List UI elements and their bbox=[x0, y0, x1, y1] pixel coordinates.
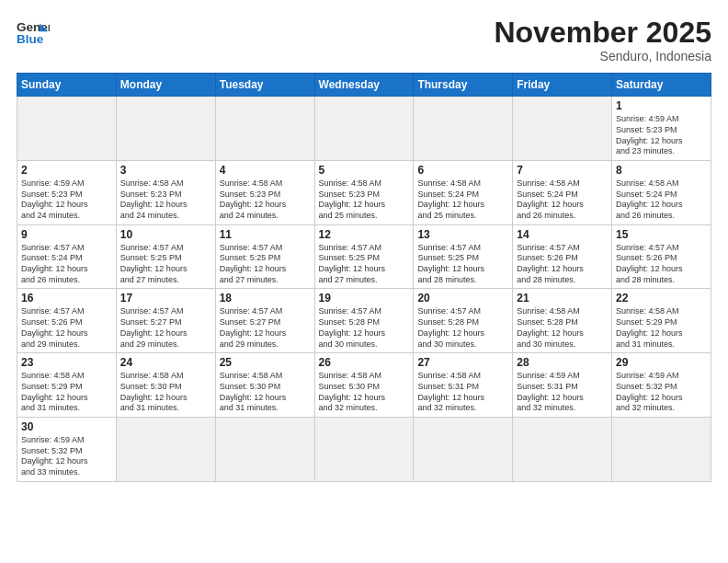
day-info: Sunrise: 4:57 AM Sunset: 5:25 PM Dayligh… bbox=[220, 243, 311, 286]
day-number: 28 bbox=[517, 356, 608, 369]
header: General Blue November 2025 Senduro, Indo… bbox=[17, 17, 711, 63]
calendar-cell bbox=[513, 97, 612, 161]
day-number: 18 bbox=[220, 292, 311, 304]
day-info: Sunrise: 4:57 AM Sunset: 5:25 PM Dayligh… bbox=[120, 243, 211, 286]
weekday-thursday: Thursday bbox=[414, 74, 513, 97]
day-info: Sunrise: 4:58 AM Sunset: 5:31 PM Dayligh… bbox=[417, 371, 508, 414]
day-number: 6 bbox=[417, 164, 508, 177]
day-info: Sunrise: 4:58 AM Sunset: 5:24 PM Dayligh… bbox=[517, 178, 608, 222]
day-number: 13 bbox=[417, 228, 508, 241]
calendar-cell: 17Sunrise: 4:57 AM Sunset: 5:27 PM Dayli… bbox=[116, 289, 215, 353]
day-info: Sunrise: 4:58 AM Sunset: 5:24 PM Dayligh… bbox=[417, 178, 508, 222]
day-number: 29 bbox=[616, 356, 707, 369]
day-number: 14 bbox=[517, 228, 608, 241]
calendar-cell: 1Sunrise: 4:59 AM Sunset: 5:23 PM Daylig… bbox=[612, 97, 711, 161]
calendar-cell: 11Sunrise: 4:57 AM Sunset: 5:25 PM Dayli… bbox=[215, 224, 314, 289]
weekday-monday: Monday bbox=[116, 74, 215, 97]
calendar-cell: 7Sunrise: 4:58 AM Sunset: 5:24 PM Daylig… bbox=[513, 160, 612, 224]
title-block: November 2025 Senduro, Indonesia bbox=[494, 17, 711, 63]
calendar-cell: 12Sunrise: 4:57 AM Sunset: 5:25 PM Dayli… bbox=[314, 224, 414, 289]
calendar-week-5: 23Sunrise: 4:58 AM Sunset: 5:29 PM Dayli… bbox=[17, 353, 711, 418]
day-number: 19 bbox=[319, 292, 410, 304]
day-number: 26 bbox=[319, 356, 410, 369]
calendar-cell: 4Sunrise: 4:58 AM Sunset: 5:23 PM Daylig… bbox=[215, 160, 314, 224]
day-number: 3 bbox=[120, 164, 211, 177]
calendar-week-6: 30Sunrise: 4:59 AM Sunset: 5:32 PM Dayli… bbox=[17, 417, 711, 481]
calendar-cell: 24Sunrise: 4:58 AM Sunset: 5:30 PM Dayli… bbox=[116, 353, 215, 418]
calendar-cell bbox=[116, 97, 215, 161]
day-info: Sunrise: 4:58 AM Sunset: 5:23 PM Dayligh… bbox=[319, 178, 410, 222]
day-number: 7 bbox=[517, 164, 608, 177]
day-info: Sunrise: 4:58 AM Sunset: 5:23 PM Dayligh… bbox=[120, 178, 211, 222]
logo-icon: General Blue bbox=[17, 17, 50, 50]
calendar-cell bbox=[414, 417, 513, 481]
calendar-cell: 14Sunrise: 4:57 AM Sunset: 5:26 PM Dayli… bbox=[513, 224, 612, 289]
month-title: November 2025 bbox=[494, 17, 711, 49]
weekday-header-row: SundayMondayTuesdayWednesdayThursdayFrid… bbox=[17, 74, 711, 97]
day-number: 30 bbox=[21, 420, 112, 433]
calendar-week-3: 9Sunrise: 4:57 AM Sunset: 5:24 PM Daylig… bbox=[17, 224, 711, 289]
calendar-cell: 5Sunrise: 4:58 AM Sunset: 5:23 PM Daylig… bbox=[314, 160, 414, 224]
day-number: 25 bbox=[220, 356, 311, 369]
day-info: Sunrise: 4:57 AM Sunset: 5:26 PM Dayligh… bbox=[616, 243, 707, 286]
weekday-wednesday: Wednesday bbox=[314, 74, 414, 97]
day-info: Sunrise: 4:57 AM Sunset: 5:28 PM Dayligh… bbox=[319, 306, 410, 350]
page: General Blue November 2025 Senduro, Indo… bbox=[0, 0, 728, 563]
day-info: Sunrise: 4:57 AM Sunset: 5:27 PM Dayligh… bbox=[120, 306, 211, 350]
day-info: Sunrise: 4:58 AM Sunset: 5:28 PM Dayligh… bbox=[517, 306, 608, 350]
weekday-sunday: Sunday bbox=[17, 74, 117, 97]
day-info: Sunrise: 4:57 AM Sunset: 5:27 PM Dayligh… bbox=[220, 306, 311, 350]
calendar-cell: 29Sunrise: 4:59 AM Sunset: 5:32 PM Dayli… bbox=[612, 353, 711, 418]
calendar-cell: 25Sunrise: 4:58 AM Sunset: 5:30 PM Dayli… bbox=[215, 353, 314, 418]
day-info: Sunrise: 4:59 AM Sunset: 5:23 PM Dayligh… bbox=[21, 178, 112, 222]
day-number: 12 bbox=[319, 228, 410, 241]
day-info: Sunrise: 4:57 AM Sunset: 5:25 PM Dayligh… bbox=[319, 243, 410, 286]
weekday-friday: Friday bbox=[513, 74, 612, 97]
calendar-cell: 15Sunrise: 4:57 AM Sunset: 5:26 PM Dayli… bbox=[612, 224, 711, 289]
day-number: 9 bbox=[21, 228, 112, 241]
svg-text:Blue: Blue bbox=[17, 32, 44, 46]
calendar-cell bbox=[314, 417, 414, 481]
day-info: Sunrise: 4:58 AM Sunset: 5:29 PM Dayligh… bbox=[21, 371, 112, 414]
calendar-cell: 8Sunrise: 4:58 AM Sunset: 5:24 PM Daylig… bbox=[612, 160, 711, 224]
day-info: Sunrise: 4:59 AM Sunset: 5:32 PM Dayligh… bbox=[21, 435, 112, 478]
calendar-cell: 30Sunrise: 4:59 AM Sunset: 5:32 PM Dayli… bbox=[17, 417, 117, 481]
calendar-cell bbox=[215, 97, 314, 161]
calendar-week-2: 2Sunrise: 4:59 AM Sunset: 5:23 PM Daylig… bbox=[17, 160, 711, 224]
day-info: Sunrise: 4:59 AM Sunset: 5:32 PM Dayligh… bbox=[616, 371, 707, 414]
day-info: Sunrise: 4:58 AM Sunset: 5:30 PM Dayligh… bbox=[319, 371, 410, 414]
day-number: 8 bbox=[616, 164, 707, 177]
day-info: Sunrise: 4:57 AM Sunset: 5:25 PM Dayligh… bbox=[417, 243, 508, 286]
day-number: 10 bbox=[120, 228, 211, 241]
day-info: Sunrise: 4:57 AM Sunset: 5:24 PM Dayligh… bbox=[21, 243, 112, 286]
weekday-saturday: Saturday bbox=[612, 74, 711, 97]
day-number: 21 bbox=[517, 292, 608, 304]
day-number: 20 bbox=[417, 292, 508, 304]
calendar-cell bbox=[612, 417, 711, 481]
calendar-week-1: 1Sunrise: 4:59 AM Sunset: 5:23 PM Daylig… bbox=[17, 97, 711, 161]
calendar-cell: 22Sunrise: 4:58 AM Sunset: 5:29 PM Dayli… bbox=[612, 289, 711, 353]
calendar-cell: 26Sunrise: 4:58 AM Sunset: 5:30 PM Dayli… bbox=[314, 353, 414, 418]
day-info: Sunrise: 4:58 AM Sunset: 5:24 PM Dayligh… bbox=[616, 178, 707, 222]
day-number: 27 bbox=[417, 356, 508, 369]
day-info: Sunrise: 4:59 AM Sunset: 5:31 PM Dayligh… bbox=[517, 371, 608, 414]
weekday-tuesday: Tuesday bbox=[215, 74, 314, 97]
calendar-cell: 16Sunrise: 4:57 AM Sunset: 5:26 PM Dayli… bbox=[17, 289, 117, 353]
calendar-cell bbox=[17, 97, 117, 161]
day-number: 5 bbox=[319, 164, 410, 177]
calendar-cell: 20Sunrise: 4:57 AM Sunset: 5:28 PM Dayli… bbox=[414, 289, 513, 353]
calendar-cell: 2Sunrise: 4:59 AM Sunset: 5:23 PM Daylig… bbox=[17, 160, 117, 224]
calendar-cell bbox=[215, 417, 314, 481]
calendar-cell: 19Sunrise: 4:57 AM Sunset: 5:28 PM Dayli… bbox=[314, 289, 414, 353]
day-info: Sunrise: 4:59 AM Sunset: 5:23 PM Dayligh… bbox=[616, 114, 707, 157]
calendar-cell: 3Sunrise: 4:58 AM Sunset: 5:23 PM Daylig… bbox=[116, 160, 215, 224]
day-number: 16 bbox=[21, 292, 112, 304]
day-info: Sunrise: 4:57 AM Sunset: 5:26 PM Dayligh… bbox=[21, 306, 112, 350]
calendar-cell bbox=[414, 97, 513, 161]
calendar-cell: 6Sunrise: 4:58 AM Sunset: 5:24 PM Daylig… bbox=[414, 160, 513, 224]
logo: General Blue bbox=[17, 17, 50, 50]
calendar-cell: 27Sunrise: 4:58 AM Sunset: 5:31 PM Dayli… bbox=[414, 353, 513, 418]
day-number: 4 bbox=[220, 164, 311, 177]
day-info: Sunrise: 4:58 AM Sunset: 5:23 PM Dayligh… bbox=[220, 178, 311, 222]
calendar-cell: 18Sunrise: 4:57 AM Sunset: 5:27 PM Dayli… bbox=[215, 289, 314, 353]
